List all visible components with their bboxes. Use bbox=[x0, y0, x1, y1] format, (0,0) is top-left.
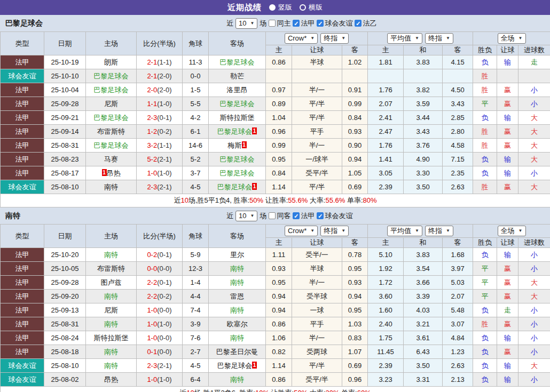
sub-column-header: 主 bbox=[368, 238, 404, 248]
fulltime-score: 2-1 bbox=[147, 72, 157, 80]
filter-checkbox-法乙[interactable]: ✓法乙 bbox=[355, 19, 376, 28]
avg-home-cell: 1.41 bbox=[368, 153, 404, 166]
column-header: 主场 bbox=[86, 225, 137, 248]
odds-away-cell: 1.05 bbox=[342, 166, 368, 180]
layout-radio-vertical[interactable]: 竖版 bbox=[269, 3, 292, 12]
scope-select[interactable]: 全场▼ bbox=[498, 226, 526, 236]
layout-radio-horizontal[interactable]: 横版 bbox=[300, 3, 323, 12]
odds-away-cell: 0.84 bbox=[342, 111, 368, 125]
filter-checkbox-法甲[interactable]: ✓法甲 bbox=[293, 211, 315, 221]
filter-checkbox-label: 同客 bbox=[277, 211, 290, 221]
select-value: 终指 bbox=[428, 227, 442, 235]
avg-ref-select[interactable]: 终指▼ bbox=[425, 33, 453, 44]
avg-select[interactable]: 平均值▼ bbox=[387, 33, 422, 44]
team-name-text: 尼斯 bbox=[104, 100, 118, 108]
match-date-cell: 25-09-21 bbox=[44, 111, 86, 125]
handicap-cell: 平/半 bbox=[292, 111, 342, 125]
filter-bar: 近10▼场同客✓法甲✓球会友谊 bbox=[226, 211, 352, 221]
score-cell: 2-1(1-1) bbox=[137, 55, 183, 69]
team-name-text: 斯特拉斯堡 bbox=[220, 114, 255, 122]
avg-draw-cell: 3.50 bbox=[404, 359, 443, 373]
odds-company-select[interactable]: Crow*▼ bbox=[285, 33, 318, 44]
handicap-cell: 半/一 bbox=[292, 276, 342, 290]
avg-draw-cell: 3.54 bbox=[404, 262, 443, 276]
fulltime-score: 2-1 bbox=[147, 58, 157, 66]
halftime-score: (2-1) bbox=[157, 155, 171, 163]
away-team-cell: 斯特拉斯堡 bbox=[209, 111, 266, 125]
summary-cell: 近10场,胜1平3负6, 胜率:10% 让胜率:50% 大率:30% 单率:60… bbox=[1, 387, 550, 392]
fulltime-score: 2-2 bbox=[147, 278, 157, 286]
odds-company-select[interactable]: Crow*▼ bbox=[285, 226, 318, 236]
home-team-cell: 布雷斯特 bbox=[86, 262, 137, 276]
corners-cell: 5-5 bbox=[183, 97, 209, 111]
filter-checkbox-同主[interactable]: 同主 bbox=[269, 19, 290, 28]
halftime-score: (2-0) bbox=[157, 72, 171, 80]
corners-cell: 12-3 bbox=[183, 262, 209, 276]
team-name-text: 布雷斯特 bbox=[97, 127, 125, 135]
avg-ref-select[interactable]: 终指▼ bbox=[425, 226, 453, 236]
odds-ref-select[interactable]: 终指▼ bbox=[320, 226, 349, 236]
home-team-cell: 1昂热 bbox=[86, 166, 137, 180]
fulltime-score: 2-2 bbox=[147, 292, 157, 300]
team-name-text: 布雷斯特 bbox=[97, 265, 125, 273]
odds-away-cell: 0.95 bbox=[342, 303, 368, 317]
team-name-text: 洛里昂 bbox=[227, 86, 248, 94]
select-value: 平均值 bbox=[390, 227, 411, 235]
match-type-cell: 法甲 bbox=[1, 55, 44, 69]
avg-home-cell: 2.47 bbox=[368, 125, 404, 139]
checkbox-unchecked-icon bbox=[269, 212, 276, 219]
score-cell: 0-2(0-1) bbox=[137, 248, 183, 262]
score-cell: 5-2(2-1) bbox=[137, 153, 183, 166]
halftime-score: (0-1) bbox=[157, 251, 171, 259]
filter-near-label: 近 bbox=[226, 19, 233, 28]
avg-draw-cell: 3.30 bbox=[404, 166, 443, 180]
away-team-cell: 巴黎足球会1 bbox=[209, 180, 266, 194]
avg-away-cell: 2.63 bbox=[443, 180, 473, 194]
rounds-select[interactable]: 10▼ bbox=[235, 18, 257, 29]
filter-checkbox-同客[interactable]: 同客 bbox=[269, 211, 290, 221]
fulltime-score: 2-0 bbox=[147, 86, 157, 94]
odds-ref-select[interactable]: 终指▼ bbox=[320, 33, 349, 44]
halftime-score: (1-0) bbox=[157, 320, 171, 328]
team-name-text: 巴黎足球会 bbox=[217, 127, 252, 135]
avg-away-cell: 2.85 bbox=[443, 111, 473, 125]
team-name-text: 尼斯 bbox=[104, 306, 118, 314]
goals-result-cell: 小 bbox=[518, 97, 550, 111]
summary-text: 80% bbox=[363, 196, 377, 204]
chevron-down-icon: ▼ bbox=[310, 34, 315, 43]
filter-checkbox-球会友谊[interactable]: ✓球会友谊 bbox=[317, 211, 352, 221]
sub-column-header: 主 bbox=[266, 238, 292, 248]
team-name-text: 南特 bbox=[230, 306, 244, 314]
scope-select[interactable]: 全场▼ bbox=[498, 33, 526, 44]
handicap-result-cell: 输 bbox=[497, 55, 518, 69]
rounds-select[interactable]: 10▼ bbox=[235, 211, 257, 221]
avg-home-cell: 2.39 bbox=[368, 359, 404, 373]
avg-select[interactable]: 平均值▼ bbox=[387, 226, 422, 236]
corners-cell: 11-3 bbox=[183, 55, 209, 69]
avg-away-cell: 1.68 bbox=[443, 248, 473, 262]
match-row: 法甲25-08-23马赛5-2(2-1)5-2巴黎足球会0.95一/球半0.94… bbox=[1, 153, 550, 166]
corners-cell: 6-1 bbox=[183, 125, 209, 139]
handicap-result-cell: 赢 bbox=[497, 262, 518, 276]
chevron-down-icon: ▼ bbox=[518, 227, 523, 235]
avg-away-cell: 7.15 bbox=[443, 153, 473, 166]
handicap-result-cell: 输 bbox=[497, 248, 518, 262]
home-team-cell: 斯特拉斯堡 bbox=[86, 331, 137, 345]
match-type-cell: 法甲 bbox=[1, 331, 44, 345]
avg-home-cell: 3.05 bbox=[368, 166, 404, 180]
fulltime-score: 0-2 bbox=[147, 251, 157, 259]
chevron-down-icon: ▼ bbox=[341, 34, 345, 43]
checkbox-unchecked-icon bbox=[269, 20, 276, 27]
match-row: 法甲25-08-18南特0-1(0-0)2-7巴黎圣日尔曼0.82受两球1.07… bbox=[1, 345, 550, 359]
score-cell: 3-2(1-1) bbox=[137, 139, 183, 153]
handicap-result-cell: 赢 bbox=[497, 83, 518, 97]
odds-away-cell: 0.83 bbox=[342, 331, 368, 345]
filter-checkbox-法甲[interactable]: ✓法甲 bbox=[293, 19, 315, 28]
filter-checkbox-球会友谊[interactable]: ✓球会友谊 bbox=[317, 19, 352, 28]
avg-away-cell: 3.07 bbox=[443, 317, 473, 331]
corners-cell: 0-0 bbox=[183, 69, 209, 83]
wdl-result-cell: 平 bbox=[473, 290, 497, 303]
sub-column-header: 进球数 bbox=[518, 238, 550, 248]
sub-column-header: 和 bbox=[404, 45, 443, 55]
sub-column-header: 胜负 bbox=[473, 238, 497, 248]
